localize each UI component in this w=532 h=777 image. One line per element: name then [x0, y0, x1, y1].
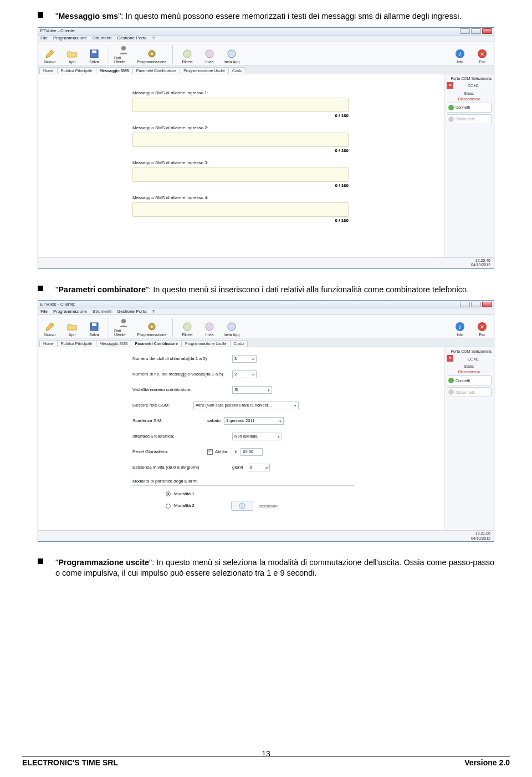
toolbar-apri[interactable]: Apri [63, 322, 81, 337]
toolbar-salva[interactable]: Salva [85, 322, 104, 337]
side-stato-label: Stato: [447, 364, 492, 368]
toolbar-nuovo[interactable]: Nuovo [40, 49, 59, 64]
connect-button[interactable]: Connetti [447, 103, 492, 113]
menu-gestione-porta[interactable]: Gestione Porta [117, 36, 146, 40]
page-footer: 13 ELECTRONIC'S TIME SRL Versione 2.0 [0, 758, 532, 767]
tab-rubrica[interactable]: Rubrica Principale [57, 340, 96, 347]
side-close-icon[interactable]: ✕ [447, 82, 453, 89]
toolbar-label: Ricevi [182, 333, 192, 337]
menu-strumenti[interactable]: Strumenti [93, 309, 111, 314]
param-reset-time[interactable]: 05:00 [241, 448, 263, 456]
toolbar-nuovo[interactable]: Nuovo [40, 322, 59, 337]
param-visibilita-label: Visibilita numero combinatore: [132, 388, 232, 392]
svg-rect-1 [92, 50, 96, 53]
param-content: Numero dei cicli di chiamata(da 1 a 5) 3… [38, 347, 444, 530]
tab-parametri[interactable]: Parametri Combinatore [132, 67, 180, 74]
minimize-button[interactable] [460, 28, 470, 34]
param-esistenza-input[interactable]: 0 [248, 464, 270, 471]
close-button[interactable] [482, 28, 492, 34]
toolbar-label: Apri [69, 333, 75, 337]
menu-file[interactable]: File [40, 309, 48, 314]
side-panel: Porta COM Selezionata ✕ COM1 Stato: Disc… [444, 347, 494, 530]
toolbar-ricevi[interactable]: Ricevi [178, 49, 197, 64]
toolbar-esc[interactable]: ✕ Esc [473, 322, 492, 337]
sms-input-4[interactable] [132, 202, 349, 217]
sms-input-3[interactable] [132, 167, 349, 182]
tab-costo[interactable]: Costo [230, 340, 248, 347]
sms-counter-1: 0 / 160 [132, 114, 349, 118]
tab-messaggio-sms[interactable]: Messaggio SMS [96, 340, 132, 347]
toolbar-info[interactable]: i Info [451, 49, 469, 64]
sms-label-2: Messaggio SMS di allarme Ingresso 2: [132, 126, 349, 130]
tab-parametri[interactable]: Parametri Combinatore [131, 340, 181, 347]
disconnect-button[interactable]: Disconnetti [447, 387, 492, 397]
menu-gestione-porta[interactable]: Gestione Porta [117, 309, 146, 314]
radio-modalita-2[interactable] [166, 504, 171, 509]
menu-programmazione[interactable]: Programmazione [53, 36, 87, 40]
toolbar-label: Salva [89, 60, 99, 64]
param-cicli-input[interactable]: 3 [232, 355, 257, 363]
tab-home[interactable]: Home [39, 340, 58, 347]
user-icon [119, 318, 129, 328]
side-close-icon[interactable]: ✕ [447, 355, 453, 362]
param-rip-input[interactable]: 2 [232, 370, 257, 378]
menu-programmazione[interactable]: Programmazione [53, 309, 87, 314]
toolbar-label: Esc [479, 60, 485, 64]
param-visibilita-select[interactable]: Si [232, 386, 272, 394]
maximize-button[interactable] [471, 302, 481, 307]
sms-content: Messaggio SMS di allarme Ingresso 1: 0 /… [38, 74, 444, 257]
tab-prog-uscite[interactable]: Programmazione Uscite [180, 67, 229, 74]
toolbar-ricevi[interactable]: Ricevi [178, 322, 197, 337]
window-titlebar: ETVoice - Cliente: [38, 28, 494, 35]
status-time: 13.21.06 [471, 531, 490, 536]
toolbar-apri[interactable]: Apri [63, 49, 81, 64]
toolbar-invia-agg[interactable]: Invia Agg [222, 49, 241, 64]
tab-home[interactable]: Home [39, 67, 58, 74]
disconnect-label: Disconnetti [456, 117, 475, 121]
menu-strumenti[interactable]: Strumenti [93, 36, 111, 40]
sms-input-1[interactable] [132, 98, 349, 112]
tabbar: Home Rubrica Principale Messaggio SMS Pa… [38, 338, 494, 347]
menubar: File Programmazione Strumenti Gestione P… [38, 308, 494, 315]
connect-button[interactable]: Connetti [447, 375, 492, 385]
toolbar-dati-utente[interactable]: Dati Utente [114, 45, 133, 64]
toolbar-info[interactable]: i Info [451, 322, 469, 337]
param-section-header: Modalità di partenze degli allarmi [132, 479, 354, 486]
bullet-title: Programmazione uscite [58, 558, 149, 567]
toolbar-salva[interactable]: Salva [85, 49, 104, 64]
toolbar-invia[interactable]: Invia [200, 322, 219, 337]
toolbar-esc[interactable]: ✕ Esc [473, 49, 492, 64]
toolbar-programmazione[interactable]: Programmazione [136, 49, 167, 64]
tab-costo[interactable]: Costo [228, 67, 246, 74]
param-gestore-select[interactable]: Altro (Non sarà possibile fare la richie… [193, 402, 299, 409]
toolbar-label: Info [457, 333, 463, 337]
param-interfaccia-select[interactable]: Non abilitata [232, 433, 282, 440]
toolbar-invia[interactable]: Invia [200, 49, 219, 64]
toolbar-label: Invia [206, 60, 214, 64]
param-scadenza-date[interactable]: 1 gennaio 2011 [224, 417, 284, 425]
screenshot-parametri: ETVoice - Cliente: File Programmazione S… [38, 300, 494, 542]
paragraph-parametri: "Parametri combinatore": In questo menù … [55, 285, 469, 295]
tab-prog-uscite[interactable]: Programmazione Uscite [181, 340, 231, 347]
help-button[interactable]: ? [231, 501, 253, 511]
window-title: ETVoice - Cliente: [40, 302, 75, 307]
sms-counter-2: 0 / 160 [132, 149, 349, 153]
sms-input-2[interactable] [132, 133, 349, 147]
maximize-button[interactable] [471, 28, 481, 34]
menu-help[interactable]: ? [152, 36, 154, 40]
tab-rubrica[interactable]: Rubrica Principale [57, 67, 96, 74]
close-button[interactable] [482, 302, 492, 307]
statusbar: 13.21.06 04/10/2012 [38, 530, 494, 541]
disconnect-button[interactable]: Disconnetti [447, 114, 492, 124]
paragraph-prog-uscite: "Programmazione uscite": In questo menù … [55, 557, 494, 578]
tab-messaggio-sms[interactable]: Messaggio SMS [96, 67, 133, 74]
toolbar-invia-agg[interactable]: Invia Agg [222, 322, 241, 337]
menu-help[interactable]: ? [152, 309, 154, 314]
sms-counter-4: 0 / 160 [132, 219, 349, 223]
menu-file[interactable]: File [40, 36, 48, 40]
minimize-button[interactable] [460, 302, 470, 307]
radio-modalita-1[interactable] [166, 491, 171, 496]
param-reset-checkbox[interactable] [207, 449, 213, 455]
toolbar-programmazione[interactable]: Programmazione [136, 322, 167, 337]
toolbar-dati-utente[interactable]: Dati Utente [114, 318, 133, 337]
